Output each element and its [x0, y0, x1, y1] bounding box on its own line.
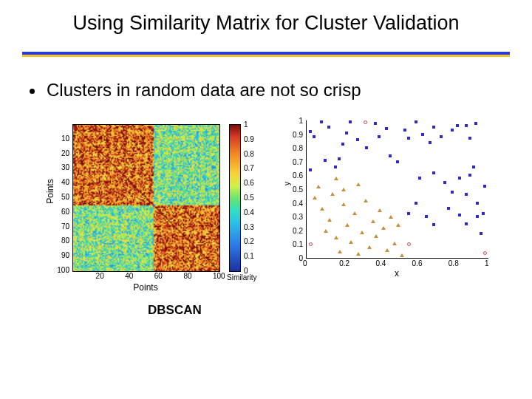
scatter-point [341, 202, 346, 206]
scatter-ytick: 0.3 [288, 213, 303, 221]
scatter-ytick: 0.5 [288, 185, 303, 194]
page-title: Using Similarity Matrix for Cluster Vali… [0, 12, 532, 35]
scatter-point [364, 120, 367, 124]
heatmap-ytick: 50 [52, 193, 69, 201]
scatter-point [338, 250, 342, 253]
scatter-point [425, 215, 428, 218]
rule-yellow [22, 55, 510, 58]
scatter-point [396, 160, 399, 163]
scatter-ytick: 0.7 [288, 158, 303, 166]
scatter-point [418, 177, 421, 180]
scatter-point [334, 236, 338, 239]
colorbar-tick: 0 [244, 267, 248, 275]
scatter-point [374, 234, 378, 238]
scatter-point [458, 214, 461, 216]
scatter-point [371, 219, 375, 223]
scatter-point [320, 120, 323, 123]
scatter-point [327, 218, 332, 222]
colorbar-tick: 0.8 [244, 150, 254, 158]
scatter-point [349, 120, 352, 123]
scatter-point [309, 242, 313, 246]
scatter-point [334, 177, 338, 180]
scatter-point [352, 211, 357, 215]
scatter-point [356, 138, 359, 141]
scatter-point [364, 199, 368, 202]
scatter-ytick: 0.4 [288, 200, 303, 208]
colorbar-tick: 0.6 [244, 179, 254, 187]
scatter-xtick: 0.8 [449, 259, 459, 267]
scatter-point [415, 120, 417, 123]
scatter-ytick: 0.2 [288, 227, 303, 235]
scatter-point [432, 223, 435, 226]
scatter-point [334, 166, 337, 168]
colorbar [229, 124, 241, 272]
scatter-point [378, 135, 381, 138]
scatter-point [429, 141, 432, 144]
heatmap-xtick: 80 [183, 272, 191, 280]
scatter-point [451, 191, 454, 194]
scatter-ytick: 1 [288, 117, 303, 125]
colorbar-tick: 1 [244, 120, 248, 129]
heatmap-ytick: 100 [52, 266, 69, 274]
chart-caption: DBSCAN [148, 303, 202, 318]
scatter-point [313, 196, 317, 200]
heatmap-ytick: 20 [52, 149, 69, 157]
heatmap-xtick: 60 [154, 272, 163, 280]
scatter-point [483, 185, 486, 188]
scatter-point [400, 253, 404, 257]
scatter-point [407, 137, 410, 140]
scatter-ytick: 0.6 [288, 171, 303, 180]
scatter-ytick: 0 [288, 254, 303, 262]
scatter-point [324, 229, 328, 233]
bullet-item: Clusters in random data are not so crisp [30, 80, 361, 100]
scatter-point [474, 122, 477, 125]
heatmap-ytick: 60 [52, 208, 69, 216]
scatter-point [465, 193, 468, 196]
heatmap-ytick: 80 [52, 236, 69, 245]
scatter-point [345, 132, 348, 134]
scatter-point [356, 252, 361, 256]
scatter-xtick: 0.4 [375, 259, 386, 267]
scatter-point [374, 122, 377, 125]
scatter-point [378, 208, 382, 212]
scatter-ytick: 0.1 [288, 240, 303, 248]
scatter-point [472, 166, 475, 168]
heatmap-area [72, 124, 220, 272]
scatter-xtick: 0.2 [339, 259, 349, 267]
scatter-point [407, 212, 410, 215]
scatter-xtick: 0 [303, 259, 307, 267]
scatter-point [483, 251, 487, 255]
scatter-point [389, 215, 393, 219]
scatter-point [341, 188, 346, 191]
scatter-point [320, 207, 324, 211]
scatter-point [389, 154, 392, 157]
scatter-point [465, 124, 468, 127]
heatmap-ytick: 90 [52, 251, 69, 259]
heatmap-ytick: 70 [52, 222, 69, 231]
slide: Using Similarity Matrix for Cluster Vali… [0, 0, 532, 399]
scatter-point [356, 183, 361, 186]
scatter-point [458, 177, 461, 180]
scatter-ytick: 0.8 [288, 144, 303, 152]
scatter-point [456, 124, 459, 127]
heatmap-ytick: 40 [52, 178, 69, 186]
scatter-point [360, 231, 364, 234]
scatter-point [432, 126, 435, 129]
scatter-area [306, 120, 488, 259]
scatter-point [365, 146, 368, 149]
scatter-point [345, 223, 349, 227]
scatter-x-axis-label: x [306, 268, 488, 279]
scatter-point [392, 242, 397, 245]
colorbar-tick: 0.7 [244, 164, 254, 172]
heatmap-ytick: 10 [52, 134, 69, 143]
colorbar-tick: 0.9 [244, 135, 254, 143]
scatter-point [443, 181, 446, 184]
heatmap-xtick: 20 [96, 272, 104, 280]
scatter-ytick: 0.9 [288, 131, 303, 139]
heatmap-ytick: 30 [52, 163, 69, 171]
scatter-xtick: 1 [485, 259, 489, 267]
colorbar-tick: 0.1 [244, 252, 254, 260]
scatter-chart: y x 00.20.40.60.8100.10.20.30.40.50.60.7… [281, 115, 502, 277]
scatter-point [396, 223, 400, 227]
heatmap-xtick: 100 [213, 272, 225, 280]
